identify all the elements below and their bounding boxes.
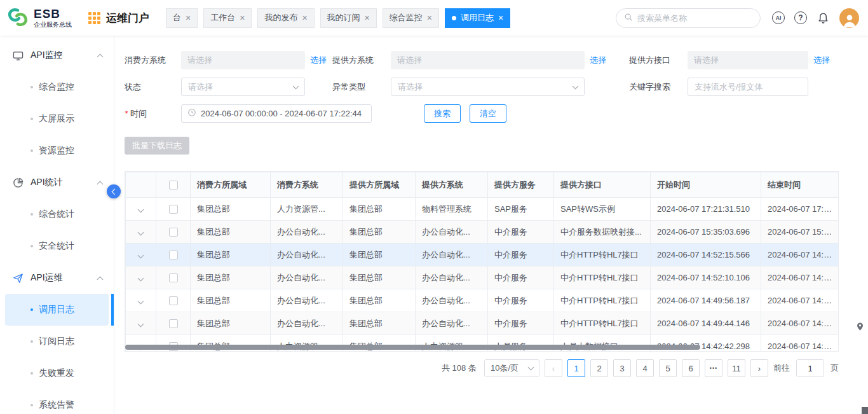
page-button[interactable]: 6	[682, 359, 700, 377]
table-cell: 2024-06-07 17:21:31.510	[651, 198, 761, 221]
column-header: 提供方所属域	[343, 172, 416, 198]
logo-subtitle: 企业服务总线	[34, 21, 72, 29]
sidebar-item-label: 安全统计	[39, 240, 74, 252]
tab[interactable]: 综合监控×	[383, 8, 439, 28]
sidebar-group[interactable]: API监控	[0, 39, 114, 71]
row-checkbox[interactable]	[169, 251, 178, 259]
search-button[interactable]: 搜索	[424, 104, 461, 123]
tab-close-icon[interactable]: ×	[427, 13, 432, 22]
page-button[interactable]: 11	[728, 359, 745, 377]
table-cell: 2024-06-07 14:49:44...	[761, 312, 839, 335]
page-ellipsis-button[interactable]: •••	[705, 359, 722, 377]
ai-assistant-icon[interactable]: AI	[772, 11, 785, 24]
menu-search[interactable]	[616, 8, 761, 28]
sidebar-item[interactable]: 大屏展示	[5, 103, 109, 135]
tab-close-icon[interactable]: ×	[240, 13, 245, 22]
prev-page-button[interactable]: ‹	[545, 359, 562, 377]
table-cell: 集团总部	[343, 244, 416, 266]
avatar[interactable]	[839, 8, 859, 28]
row-expand-icon[interactable]	[138, 207, 144, 213]
column-header: 结束时间	[761, 172, 839, 198]
tab-label: 我的订阅	[327, 12, 360, 24]
row-expand-icon[interactable]	[138, 230, 144, 236]
table-row[interactable]: 集团总部办公自动化...集团总部办公自动化...中介服务中介HTTP转HL7接口…	[126, 244, 839, 266]
exception-type-select[interactable]: 请选择	[391, 78, 585, 96]
page-button[interactable]: 5	[659, 359, 677, 377]
batch-download-button[interactable]: 批量下载日志	[125, 137, 189, 155]
time-range-value: 2024-06-07 00:00:00 - 2024-06-07 17:22:4…	[201, 109, 362, 118]
sidebar-item[interactable]: 订阅日志	[5, 326, 109, 357]
provider-system-select-link[interactable]: 选择	[590, 55, 606, 66]
sidebar-item[interactable]: 综合监控	[5, 71, 109, 103]
table-cell: 2024-06-07 15:35:03...	[761, 221, 839, 244]
sidebar-item[interactable]: 安全统计	[5, 230, 109, 262]
row-expand-icon[interactable]	[138, 321, 144, 328]
tab[interactable]: 调用日志×	[445, 8, 510, 28]
table-row[interactable]: 集团总部办公自动化...集团总部办公自动化...中介服务中介服务数据映射接...…	[126, 221, 839, 244]
tab-close-icon[interactable]: ×	[365, 13, 370, 22]
table-row[interactable]: 集团总部办公自动化...集团总部办公自动化...中介服务中介HTTP转HL7接口…	[126, 266, 839, 289]
sidebar-item-label: 订阅日志	[39, 336, 74, 347]
page-buttons: 123456•••11	[567, 359, 745, 377]
sidebar-item[interactable]: 资源监控	[5, 135, 109, 167]
page-button[interactable]: 2	[590, 359, 608, 377]
row-expand-icon[interactable]	[138, 275, 144, 282]
table-row[interactable]: 集团总部办公自动化...集团总部办公自动化...中介服务中介HTTP转HL7接口…	[126, 289, 839, 312]
table-row[interactable]: 集团总部人力资源管...集团总部物料管理系统SAP服务SAP转WS示例2024-…	[126, 198, 839, 221]
goto-page-input[interactable]	[796, 359, 824, 377]
select-all-checkbox[interactable]	[169, 181, 178, 190]
tab-close-icon[interactable]: ×	[186, 13, 191, 22]
tab[interactable]: 工作台×	[203, 8, 252, 28]
tab[interactable]: 我的发布×	[257, 8, 314, 28]
row-checkbox[interactable]	[169, 228, 178, 237]
page-button[interactable]: 3	[613, 359, 631, 377]
column-header: 提供方系统	[416, 172, 488, 198]
table-cell: 办公自动化...	[271, 266, 343, 289]
status-select[interactable]: 请选择	[181, 78, 305, 96]
sidebar-item[interactable]: 失败重发	[5, 357, 109, 389]
tab[interactable]: 我的订阅×	[320, 8, 377, 28]
sidebar-item[interactable]: 调用日志	[5, 294, 109, 326]
bell-icon[interactable]	[817, 11, 830, 25]
sidebar-item[interactable]: 综合统计	[5, 198, 109, 230]
row-checkbox[interactable]	[169, 205, 178, 214]
table-row[interactable]: 集团总部办公自动化...集团总部办公自动化...中介服务中介HTTP转HL7接口…	[126, 312, 839, 335]
row-checkbox[interactable]	[169, 319, 178, 328]
sidebar-collapse-button[interactable]	[107, 184, 121, 198]
page-size-select[interactable]: 10条/页	[484, 359, 539, 377]
row-checkbox[interactable]	[169, 273, 178, 282]
sidebar-group[interactable]: API运维	[0, 262, 114, 294]
tab-close-icon[interactable]: ×	[498, 13, 503, 22]
page-button[interactable]: 4	[636, 359, 654, 377]
filter-row-3: *时间 2024-06-07 00:00:00 - 2024-06-07 17:…	[125, 104, 868, 123]
tab[interactable]: 台×	[166, 8, 198, 28]
provider-interface-input[interactable]: 请选择	[688, 51, 808, 69]
scrollbar-thumb[interactable]	[125, 345, 700, 350]
page-button[interactable]: 1	[567, 359, 585, 377]
row-checkbox[interactable]	[169, 296, 178, 305]
tab-close-icon[interactable]: ×	[302, 13, 307, 22]
chevron-left-icon	[112, 188, 118, 195]
location-pin-icon[interactable]	[855, 322, 865, 333]
table-cell: 2024-06-07 14:54:58...	[761, 244, 839, 266]
table-cell: 集团总部	[343, 312, 416, 335]
sidebar-group[interactable]: API统计	[0, 167, 114, 198]
provider-interface-select-link[interactable]: 选择	[813, 55, 830, 66]
consumer-system-input[interactable]: 请选择	[181, 51, 305, 69]
keyword-input[interactable]	[688, 78, 808, 96]
header-actions: AI ?	[772, 8, 859, 28]
search-input[interactable]	[637, 13, 752, 23]
row-expand-icon[interactable]	[138, 252, 144, 259]
time-range-input[interactable]: 2024-06-07 00:00:00 - 2024-06-07 17:22:4…	[181, 104, 372, 123]
portal-switcher[interactable]: 运维门户	[88, 11, 149, 25]
row-expand-icon[interactable]	[138, 298, 144, 305]
horizontal-scrollbar[interactable]	[125, 345, 838, 350]
consumer-system-select-link[interactable]: 选择	[310, 55, 327, 66]
sidebar-item[interactable]: 系统告警	[5, 389, 109, 414]
clear-button[interactable]: 清空	[470, 104, 506, 123]
help-icon[interactable]: ?	[794, 11, 807, 24]
provider-system-input[interactable]: 请选择	[391, 51, 585, 69]
next-page-button[interactable]: ›	[750, 359, 768, 377]
bullet-icon	[31, 213, 33, 216]
esb-logo-icon	[6, 6, 29, 31]
